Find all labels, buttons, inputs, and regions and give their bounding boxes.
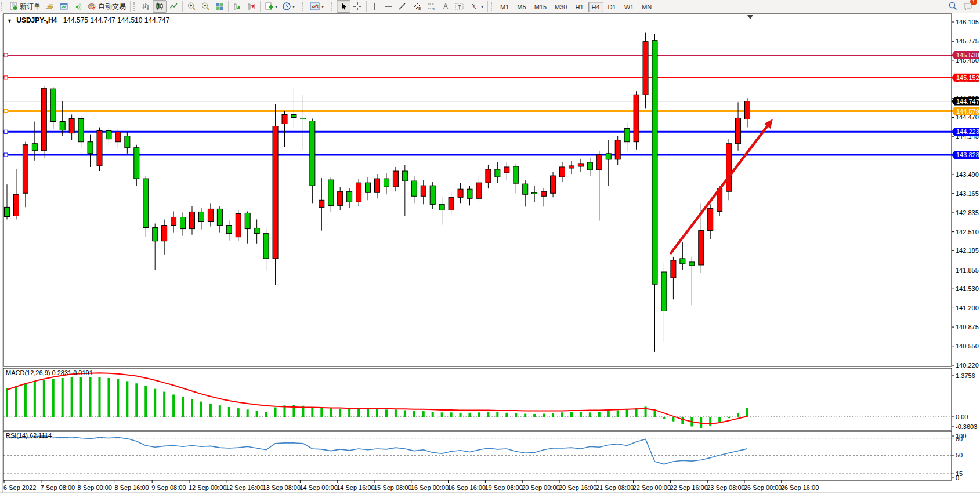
macd-axis-label: -0.3603 bbox=[956, 423, 977, 430]
autotrade-icon bbox=[87, 2, 96, 11]
time-label: 21 Sep 08:00 bbox=[596, 484, 634, 491]
macd-histogram-bar bbox=[6, 388, 8, 417]
toolbar-grip[interactable] bbox=[1, 2, 5, 11]
text-label-icon: T bbox=[454, 2, 465, 11]
time-axis[interactable]: 6 Sep 20227 Sep 08:008 Sep 00:008 Sep 16… bbox=[3, 480, 819, 491]
search-button[interactable] bbox=[945, 0, 960, 13]
tile-windows-button[interactable] bbox=[212, 0, 226, 13]
hline-anchor[interactable] bbox=[4, 110, 8, 113]
fibonacci-button[interactable]: F bbox=[424, 0, 439, 13]
shift-marker-icon[interactable] bbox=[747, 15, 753, 19]
candle-body bbox=[50, 89, 56, 121]
zoom-out-button[interactable] bbox=[198, 0, 212, 13]
timeframe-button-MN[interactable]: MN bbox=[638, 2, 655, 12]
equidistant-channel-button[interactable]: E bbox=[409, 0, 424, 13]
window-icon bbox=[59, 2, 68, 11]
hline-anchor[interactable] bbox=[4, 153, 8, 157]
toolbar-grip[interactable] bbox=[133, 2, 138, 11]
macd-histogram-bar bbox=[15, 386, 17, 417]
hline-anchor[interactable] bbox=[4, 53, 8, 57]
chart-canvas[interactable]: 146.105145.775145.450145.125144.795144.4… bbox=[0, 0, 980, 494]
clock-icon bbox=[282, 2, 291, 11]
vertical-line-button[interactable] bbox=[368, 0, 381, 13]
badge-text: 144.579 bbox=[956, 108, 979, 115]
macd-histogram-bar bbox=[34, 382, 36, 417]
autotrading-button[interactable]: 自动交易 bbox=[85, 0, 128, 13]
candle-body bbox=[551, 176, 556, 193]
toolbar-grip[interactable] bbox=[302, 2, 306, 11]
timeframe-button-W1[interactable]: W1 bbox=[621, 2, 638, 12]
time-label: 7 Sep 08:00 bbox=[41, 484, 75, 491]
new-order-label: 新订单 bbox=[20, 2, 41, 12]
macd-histogram-bar bbox=[163, 392, 165, 417]
price-line-badge: 144.747 bbox=[952, 97, 979, 106]
templates-button[interactable]: ▾ bbox=[308, 0, 326, 13]
hline-objects[interactable] bbox=[3, 53, 952, 157]
notification-badge: 1 bbox=[970, 0, 978, 6]
candle-body bbox=[486, 169, 491, 183]
bar-chart-button[interactable] bbox=[139, 0, 153, 13]
macd-histogram-bar bbox=[99, 377, 101, 417]
hline-anchor[interactable] bbox=[4, 76, 8, 79]
periods-button[interactable]: ▾ bbox=[280, 0, 297, 13]
collapse-icon[interactable]: ▼ bbox=[7, 18, 12, 24]
trend-arrow[interactable] bbox=[670, 119, 773, 254]
candle-body bbox=[273, 126, 278, 259]
profile-buy-button[interactable] bbox=[230, 0, 244, 13]
timeframe-button-H4[interactable]: H4 bbox=[588, 2, 603, 12]
macd-histogram-bar bbox=[654, 411, 656, 417]
horizontal-line-icon bbox=[384, 2, 393, 11]
candle-body bbox=[689, 262, 695, 266]
timeframe-button-M15[interactable]: M15 bbox=[531, 2, 550, 12]
cursor-button[interactable] bbox=[337, 0, 350, 13]
price-line-badge: 143.828 bbox=[952, 151, 979, 159]
candle-body bbox=[328, 180, 334, 205]
chevron-down-icon: ▾ bbox=[275, 4, 277, 9]
time-label: 14 Sep 16:00 bbox=[337, 484, 374, 491]
macd-histogram-bar bbox=[209, 404, 212, 417]
chevron-down-icon: ▾ bbox=[481, 4, 483, 9]
market-watch-button[interactable] bbox=[43, 0, 57, 13]
text-button[interactable]: A bbox=[439, 0, 452, 13]
crosshair-button[interactable] bbox=[350, 0, 364, 13]
candle-body bbox=[236, 213, 241, 237]
horizontal-line-button[interactable] bbox=[381, 0, 395, 13]
template-icon bbox=[310, 2, 320, 11]
line-chart-button[interactable] bbox=[167, 0, 180, 13]
arrow-line[interactable] bbox=[670, 125, 769, 254]
zoom-in-button[interactable] bbox=[185, 0, 198, 13]
price-line-badge: 144.579 bbox=[952, 107, 979, 115]
toolbar-grip[interactable] bbox=[331, 2, 335, 11]
candlestick-icon bbox=[155, 2, 164, 11]
price-tick-label: 140.220 bbox=[956, 362, 979, 369]
macd-histogram-bar bbox=[487, 412, 489, 417]
toolbar-grip[interactable] bbox=[491, 2, 495, 11]
chart-window-button[interactable] bbox=[57, 0, 71, 13]
candles bbox=[5, 33, 750, 352]
new-order-button[interactable]: 新订单 bbox=[6, 0, 43, 13]
time-label: 19 Sep 08:00 bbox=[484, 484, 522, 491]
candle-body bbox=[736, 118, 741, 143]
macd-histogram-bar bbox=[182, 397, 184, 417]
text-label-button[interactable]: T bbox=[452, 0, 467, 13]
signals-button[interactable] bbox=[71, 0, 85, 13]
time-label: 9 Sep 08:00 bbox=[151, 484, 186, 491]
macd-axis-label: 1.3756 bbox=[956, 372, 975, 379]
arrows-button[interactable]: ▾ bbox=[467, 0, 486, 13]
timeframe-button-H1[interactable]: H1 bbox=[572, 2, 587, 12]
timeframe-button-D1[interactable]: D1 bbox=[605, 2, 620, 12]
indicators-button[interactable]: ▾ bbox=[262, 0, 280, 13]
timeframe-button-M30[interactable]: M30 bbox=[551, 2, 570, 12]
macd-histogram-bar bbox=[561, 412, 563, 417]
hline-anchor[interactable] bbox=[4, 130, 8, 133]
fibonacci-icon: F bbox=[426, 2, 437, 11]
price-tick-label: 146.105 bbox=[956, 19, 979, 26]
price-axis[interactable]: 146.105145.775145.450145.125144.795144.4… bbox=[952, 19, 979, 369]
notifications-button[interactable]: 1 bbox=[960, 0, 975, 13]
timeframe-button-M1[interactable]: M1 bbox=[497, 2, 512, 12]
timeframe-button-M5[interactable]: M5 bbox=[513, 2, 529, 12]
candlestick-chart-button[interactable] bbox=[153, 0, 167, 13]
profile-sell-button[interactable] bbox=[244, 0, 258, 13]
trendline-button[interactable] bbox=[395, 0, 409, 13]
rsi-axis-label: 50 bbox=[956, 452, 963, 459]
